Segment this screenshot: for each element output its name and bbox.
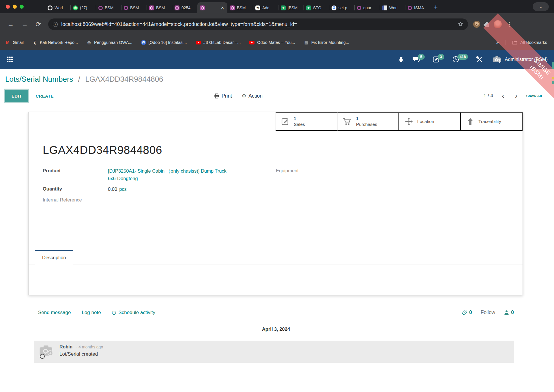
control-panel: Lots/Serial Numbers / LGAX4DD34R9844806 … — [0, 69, 554, 103]
user-menu[interactable]: Administrator (BSM) — [493, 55, 548, 63]
bookmark-item[interactable]: Kali Network Repo... — [32, 40, 78, 45]
browser-tabs: Worl (27) BSM BSM BSM 0254 × BSM — [45, 0, 431, 13]
send-message-button[interactable]: Send message — [38, 310, 71, 316]
bookmark-label: #3 GitLab Dasar –... — [203, 40, 241, 45]
browser-tab[interactable]: set p — [329, 2, 354, 13]
browser-tab[interactable]: STO — [304, 2, 329, 13]
action-label: Action — [248, 93, 263, 99]
location-smart-button[interactable]: Location — [399, 112, 461, 131]
message-author[interactable]: Robin — [59, 344, 72, 349]
browser-tab[interactable]: 0254 — [172, 2, 197, 13]
purchases-label: Purchases — [356, 122, 377, 127]
browser-tab[interactable]: (27) — [70, 2, 96, 13]
schedule-activity-button[interactable]: ◷ Schedule activity — [112, 309, 155, 316]
tab-label: Worl — [55, 5, 68, 10]
create-button[interactable]: CREATE — [35, 94, 53, 98]
extension-monkey-icon[interactable]: ᴥ — [473, 21, 480, 28]
forward-icon[interactable]: → — [19, 20, 31, 28]
tab-label: 0254 — [181, 5, 195, 10]
author-badge-icon — [40, 354, 45, 359]
tab-description[interactable]: Description — [35, 250, 73, 264]
bookmark-item[interactable]: #3 GitLab Dasar –... — [196, 40, 241, 45]
tab-search-button[interactable]: ⌄ — [533, 2, 549, 11]
bookmark-star-icon[interactable] — [458, 21, 463, 27]
pager-next-icon[interactable]: › — [514, 93, 519, 99]
activities-clock-icon[interactable]: 418 — [452, 56, 468, 63]
log-note-button[interactable]: Log note — [82, 310, 101, 316]
equipment-field-label: Equipment — [276, 167, 299, 173]
bookmark-item[interactable]: Gmail — [5, 40, 24, 45]
macos-traffic-lights — [4, 0, 28, 13]
tab-label: BSM — [105, 5, 119, 10]
bookmark-item[interactable]: Fix Error Mounting... — [304, 40, 349, 45]
tab-label: [BSM — [288, 5, 301, 10]
browser-tab[interactable]: quar — [354, 2, 380, 13]
followers-button[interactable]: 0 — [504, 309, 514, 316]
printer-icon — [214, 94, 219, 98]
sheets-icon — [306, 5, 311, 10]
browser-tab[interactable]: Add — [253, 2, 278, 13]
breadcrumb-separator: / — [75, 75, 83, 83]
bookmark-item[interactable]: Penggunaan OWA... — [87, 40, 132, 45]
chatter-message: Robin - 4 months ago Lot/Serial created — [34, 341, 514, 363]
traceability-smart-button[interactable]: Traceability — [461, 112, 523, 131]
action-menu[interactable]: ⚙ Action — [242, 93, 263, 99]
cart-icon — [343, 117, 352, 126]
apps-menu-icon[interactable] — [6, 56, 13, 63]
odoo-square-icon — [149, 5, 154, 10]
minimize-window-icon[interactable] — [13, 5, 17, 9]
browser-tab[interactable]: BSM — [227, 2, 253, 13]
browser-tab[interactable]: BSM — [96, 2, 121, 13]
debug-bug-icon[interactable] — [398, 56, 405, 63]
quantity-unit-link[interactable]: pcs — [119, 186, 127, 192]
record-title: LGAX4DD34R9844806 — [43, 144, 508, 156]
notes-icon[interactable]: 3 — [433, 56, 444, 63]
purchases-smart-button[interactable]: 1 Purchases — [337, 112, 399, 131]
tools-icon[interactable] — [476, 56, 483, 63]
edit-button[interactable]: EDIT — [5, 90, 28, 102]
back-icon[interactable]: ← — [5, 20, 16, 28]
url-text[interactable]: localhost:8069/web#id=401&action=441&mod… — [61, 21, 454, 27]
messages-icon[interactable]: 5 — [412, 56, 424, 63]
close-icon[interactable]: × — [220, 5, 225, 11]
follow-button[interactable]: Follow — [481, 309, 495, 316]
site-info-icon[interactable]: i — [53, 22, 58, 27]
address-bar[interactable]: i localhost:8069/web#id=401&action=441&m… — [48, 18, 468, 30]
bookmark-item[interactable]: Odoo Mates – You... — [249, 40, 295, 45]
bookmark-item[interactable]: [Odoo 16] Instalasi... — [141, 40, 187, 45]
new-tab-button[interactable]: + — [431, 3, 441, 13]
browser-tab[interactable]: Worl — [45, 2, 70, 13]
reload-icon[interactable]: ⟳ — [33, 20, 44, 28]
breadcrumb-parent-link[interactable]: Lots/Serial Numbers — [5, 75, 73, 83]
pager-previous-icon[interactable]: ‹ — [501, 93, 506, 99]
odoo-ring-icon — [357, 6, 361, 10]
sales-smart-button[interactable]: 1 Sales — [276, 112, 337, 131]
print-menu[interactable]: Print — [214, 93, 232, 99]
close-window-icon[interactable] — [6, 5, 10, 9]
browser-tab[interactable]: BSM — [147, 2, 172, 13]
browser-toolbar: ← → ⟳ i localhost:8069/web#id=401&action… — [0, 13, 554, 35]
tab-label: Add — [262, 5, 276, 10]
maximize-window-icon[interactable] — [20, 5, 24, 9]
word-icon — [382, 5, 387, 10]
user-name: Administrator (BSM) — [505, 57, 548, 62]
schedule-activity-label: Schedule activity — [118, 310, 155, 316]
scrollbar-mark — [552, 62, 554, 69]
browser-tab[interactable]: × — [197, 2, 227, 13]
product-field-value[interactable]: [DJP3250A1- Single Cabin （only chasiss)]… — [108, 167, 235, 182]
google-icon — [332, 5, 336, 10]
browser-tab[interactable]: BSM — [121, 2, 147, 13]
bookmark-label: Fix Error Mounting... — [311, 40, 349, 45]
purchases-count: 1 — [356, 116, 358, 122]
odoo-navbar: 5 3 418 Administrator (BSM) — [0, 50, 554, 69]
browser-tab[interactable]: [BSM — [278, 2, 304, 13]
odoo-square-icon — [200, 5, 205, 10]
show-all-button[interactable]: Show All — [526, 94, 542, 98]
person-icon — [504, 310, 509, 315]
attachments-button[interactable]: 0 — [462, 309, 472, 316]
product-field-label: Product — [43, 167, 108, 182]
browser-tab[interactable]: Worl — [380, 2, 405, 13]
message-body: Lot/Serial created — [59, 351, 103, 357]
browser-tab[interactable]: ISMA — [405, 2, 431, 13]
move-arrows-icon — [405, 117, 413, 126]
